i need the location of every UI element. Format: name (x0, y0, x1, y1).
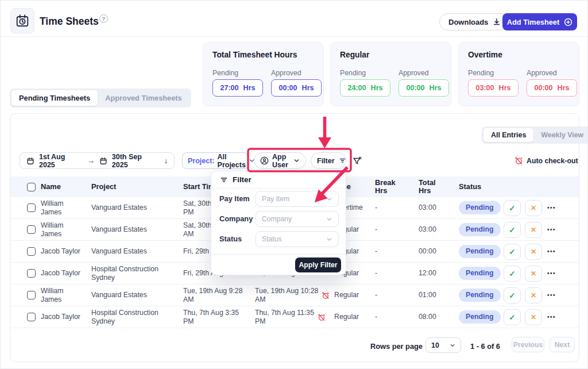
toggle-all-entries[interactable]: All Entries (483, 128, 533, 142)
cell-name: Jacob Taylor (41, 263, 84, 284)
clear-filter-icon[interactable] (351, 155, 363, 167)
row-checkbox[interactable] (27, 313, 36, 321)
approve-button[interactable]: ✓ (504, 244, 521, 260)
date-from: 1st Aug 2025 (39, 153, 83, 169)
cell-name: Jacob Taylor (41, 306, 84, 328)
project-value: All Projects (218, 153, 246, 169)
card-title: Total Timesheet Hours (212, 51, 297, 59)
chevron-down-icon (326, 196, 332, 202)
row-checkbox[interactable] (27, 247, 36, 256)
row-menu-button[interactable]: ••• (547, 241, 556, 262)
cell-start-time: Tue, 19th Aug 9:28 AM (183, 285, 251, 306)
tab-pending-timesheets[interactable]: Pending Timesheets (11, 90, 98, 106)
reject-button[interactable]: ✕ (525, 200, 542, 216)
card-overtime: Overtime Pending Approved 03:00Hrs 00:00… (458, 42, 579, 106)
cell-total-hrs: 03:00 (419, 219, 453, 240)
row-menu-button[interactable]: ••• (547, 285, 556, 306)
cell-total-hrs: 08:00 (419, 306, 453, 328)
row-menu-button[interactable]: ••• (547, 263, 556, 284)
auto-checkout-icon (322, 291, 330, 299)
approved-label: Approved (527, 69, 557, 77)
cell-break-hrs: - (375, 197, 409, 218)
card-regular: Regular Pending Approved 24:00Hrs 00:00H… (330, 42, 451, 106)
filter-popup-header: Filter (211, 171, 346, 189)
approve-button[interactable]: ✓ (504, 222, 521, 238)
card-total-timesheet-hours: Total Timesheet Hours Pending Approved 2… (203, 42, 324, 106)
approved-label: Approved (271, 69, 301, 77)
row-checkbox[interactable] (27, 203, 36, 212)
row-checkbox[interactable] (27, 225, 36, 234)
cell-type: Regular (334, 306, 374, 328)
pay-item-select[interactable]: Pay Item (256, 191, 339, 207)
rows-per-page-select[interactable]: 10 (425, 337, 461, 353)
filter-popup: Filter Pay Item Pay Item Company Company… (211, 171, 346, 275)
header-divider (1, 36, 588, 37)
cell-project: Vanguard Estates (91, 197, 172, 218)
help-icon[interactable]: ? (99, 14, 108, 23)
row-checkbox[interactable] (27, 269, 36, 278)
arrow-right-icon: → (87, 157, 95, 165)
approved-hours-value: 00:00Hrs (527, 79, 577, 97)
app-user-label: App User (272, 153, 290, 169)
filter-lines-icon (339, 157, 346, 164)
cell-name: Jacob Taylor (41, 241, 84, 262)
status-select[interactable]: Status (256, 231, 339, 247)
row-menu-button[interactable]: ••• (547, 306, 556, 328)
col-project: Project (91, 176, 116, 197)
reject-button[interactable]: ✕ (525, 287, 542, 303)
status-badge: Pending (459, 245, 501, 258)
cell-name: William James (41, 285, 84, 306)
arrow-down-icon[interactable]: ↓ (164, 157, 168, 165)
view-toggle: All Entries Weekly View (482, 126, 588, 144)
next-page-button[interactable]: Next (550, 337, 575, 352)
table-row: Jacob Taylor Hospital Construction Sydne… (10, 306, 579, 328)
approve-button[interactable]: ✓ (504, 200, 521, 216)
approved-label: Approved (399, 69, 429, 77)
row-menu-button[interactable]: ••• (547, 197, 556, 218)
pagination-range: 1 - 6 of 6 (470, 342, 500, 351)
row-checkbox[interactable] (27, 291, 36, 299)
status-badge: Pending (459, 267, 501, 280)
cell-end-time: Tue, 19th Aug 10:28 AM (255, 287, 318, 303)
approve-button[interactable]: ✓ (504, 266, 521, 282)
reject-button[interactable]: ✕ (525, 222, 542, 238)
pending-label: Pending (212, 69, 238, 77)
chevron-down-icon (326, 236, 332, 243)
calendar-icon (26, 157, 34, 165)
reject-button[interactable]: ✕ (525, 244, 542, 260)
cell-project: Hospital Construction Sydney (91, 306, 172, 328)
downloads-label: Downloads (448, 18, 488, 26)
reject-button[interactable]: ✕ (525, 266, 542, 282)
apply-filter-button[interactable]: Apply Filter (295, 257, 341, 272)
pending-hours-value: 27:00Hrs (212, 79, 263, 97)
toggle-weekly-view[interactable]: Weekly View (533, 128, 588, 142)
tab-approved-timesheets[interactable]: Approved Timesheets (98, 90, 189, 106)
cell-end-time: Thu, 7th Aug 11:35 PM (255, 309, 314, 325)
cell-type: Regular (334, 285, 374, 306)
date-range-picker[interactable]: 1st Aug 2025 → 30th Sep 2025 ↓ (20, 152, 175, 169)
col-break-hrs: Break Hrs (375, 176, 396, 197)
row-menu-button[interactable]: ••• (547, 219, 556, 240)
cell-project: Vanguard Estates (91, 219, 172, 240)
cell-name: William James (41, 219, 84, 240)
previous-page-button[interactable]: Previous (512, 337, 544, 352)
add-timesheet-label: Add Timesheet (507, 18, 560, 26)
cell-project: Vanguard Estates (91, 241, 172, 262)
popup-divider (211, 254, 346, 255)
reject-button[interactable]: ✕ (525, 309, 542, 325)
download-icon (493, 18, 501, 26)
app-logo (10, 8, 34, 33)
status-badge: Pending (459, 201, 501, 214)
company-select[interactable]: Company (256, 211, 339, 227)
approve-button[interactable]: ✓ (504, 287, 521, 303)
status-badge: Pending (459, 289, 501, 302)
approved-hours-value: 00:00Hrs (399, 79, 449, 97)
approve-button[interactable]: ✓ (504, 309, 521, 325)
select-all-checkbox[interactable] (27, 183, 36, 191)
app-user-dropdown[interactable]: App User (254, 152, 306, 169)
project-filter-dropdown[interactable]: Project: All Projects (182, 152, 249, 169)
filter-button[interactable]: Filter (311, 152, 346, 169)
add-timesheet-button[interactable]: Add Timesheet (502, 13, 577, 30)
downloads-button[interactable]: Downloads (439, 13, 510, 30)
pay-item-label: Pay Item (219, 194, 250, 203)
